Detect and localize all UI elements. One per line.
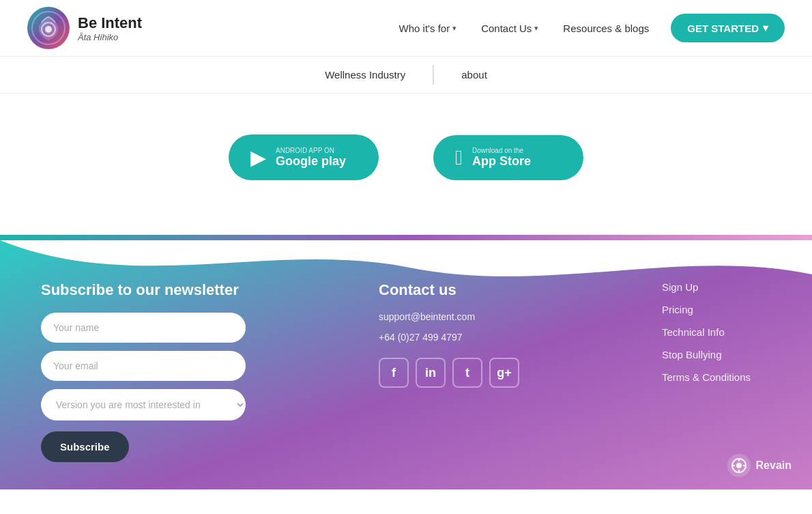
googleplus-button[interactable]: g+ (489, 358, 519, 388)
linkedin-button[interactable]: in (416, 358, 446, 388)
contact-section: Contact us support@beintent.com +64 (0)2… (379, 281, 529, 388)
logo-title: Be Intent (78, 14, 142, 32)
footer: Subscribe to our newsletter Version you … (0, 240, 812, 489)
google-play-large: Google play (276, 154, 346, 169)
link-terms[interactable]: Terms & Conditions (662, 371, 771, 383)
google-play-small: ANDROID APP ON (276, 147, 346, 154)
navbar: Be Intent Āta Hihiko Who it's for ▾ Cont… (0, 0, 812, 57)
contact-title: Contact us (379, 281, 529, 299)
social-links: f in t g+ (379, 358, 529, 388)
nav-who-label: Who it's for (399, 23, 450, 34)
dropdown-about[interactable]: about (434, 65, 514, 85)
google-play-icon: ▶ (250, 145, 266, 169)
subscribe-button[interactable]: Subscribe (41, 431, 129, 462)
twitter-button[interactable]: t (452, 358, 482, 388)
nav-item-contact[interactable]: Contact Us ▾ (472, 17, 548, 40)
logo[interactable]: Be Intent Āta Hihiko (27, 7, 142, 49)
dropdown-row: Wellness Industry about (0, 57, 812, 94)
link-stop-bullying[interactable]: Stop Bullying (662, 349, 771, 360)
revain-icon (727, 454, 751, 477)
get-started-button[interactable]: GET STARTED ▾ (671, 14, 785, 42)
dropdown-wellness[interactable]: Wellness Industry (298, 65, 434, 85)
nav-item-who[interactable]: Who it's for ▾ (390, 17, 467, 40)
subscribe-label: Subscribe (60, 441, 110, 453)
contact-phone: +64 (0)27 499 4797 (379, 332, 529, 343)
version-select[interactable]: Version you are most interested in Perso… (41, 389, 246, 420)
google-play-button[interactable]: ▶ ANDROID APP ON Google play (229, 134, 379, 180)
svg-point-4 (736, 463, 742, 468)
link-technical-info[interactable]: Technical Info (662, 326, 771, 338)
logo-subtitle: Āta Hihiko (78, 32, 142, 42)
footer-content: Subscribe to our newsletter Version you … (0, 240, 812, 489)
logo-text: Be Intent Āta Hihiko (78, 14, 142, 42)
get-started-label: GET STARTED (687, 23, 759, 34)
nav-links: Who it's for ▾ Contact Us ▾ Resources & … (390, 14, 785, 42)
name-input[interactable] (41, 313, 246, 343)
contact-email: support@beintent.com (379, 311, 529, 322)
google-play-text: ANDROID APP ON Google play (276, 147, 346, 169)
apple-icon:  (455, 146, 463, 169)
app-store-text: Download on the App Store (472, 147, 531, 169)
app-buttons-area: ▶ ANDROID APP ON Google play  Download … (0, 94, 812, 235)
facebook-button[interactable]: f (379, 358, 409, 388)
logo-icon (27, 7, 70, 49)
chevron-down-icon: ▾ (452, 24, 456, 33)
email-input[interactable] (41, 351, 246, 381)
newsletter-title: Subscribe to our newsletter (41, 281, 246, 299)
chevron-down-icon: ▾ (763, 22, 768, 34)
link-signup[interactable]: Sign Up (662, 281, 771, 293)
app-store-small: Download on the (472, 147, 531, 154)
revain-label: Revain (756, 459, 792, 472)
nav-item-resources[interactable]: Resources & blogs (553, 17, 658, 40)
footer-links: Sign Up Pricing Technical Info Stop Bull… (662, 281, 771, 383)
nav-resources-label: Resources & blogs (563, 23, 649, 34)
app-store-large: App Store (472, 154, 531, 169)
link-pricing[interactable]: Pricing (662, 304, 771, 315)
nav-contact-label: Contact Us (481, 23, 532, 34)
newsletter-section: Subscribe to our newsletter Version you … (41, 281, 246, 462)
chevron-down-icon: ▾ (534, 24, 538, 33)
svg-point-2 (45, 26, 52, 33)
app-store-button[interactable]:  Download on the App Store (433, 135, 583, 180)
wave-divider (0, 235, 812, 240)
revain-badge: Revain (727, 454, 792, 477)
